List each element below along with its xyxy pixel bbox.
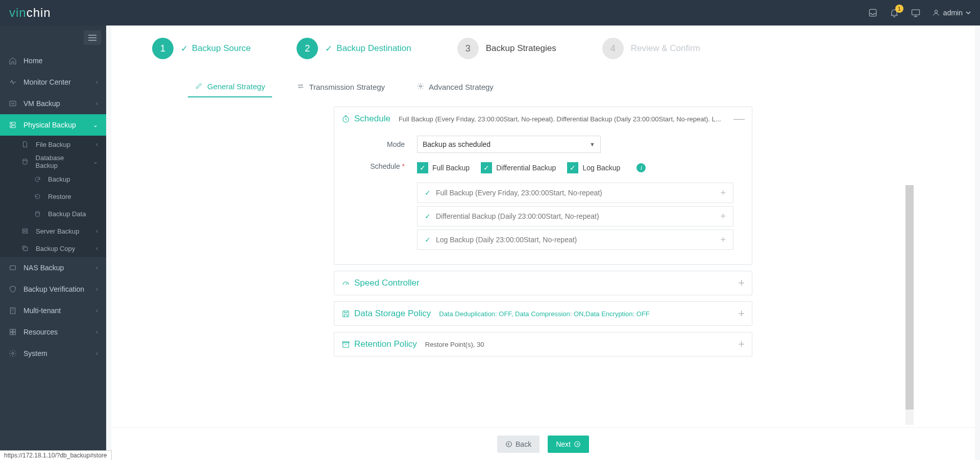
mode-value: Backup as scheduled xyxy=(423,140,491,148)
nav-backup-data[interactable]: Backup Data xyxy=(0,205,106,222)
gauge-icon xyxy=(341,279,350,288)
nav-label: Server Backup xyxy=(36,227,79,235)
svg-rect-0 xyxy=(869,9,876,16)
sched-row-log[interactable]: ✓ Log Backup (Daily 23:00:00Start, No-re… xyxy=(417,229,733,250)
nav-database-backup[interactable]: Database Backup ⌄ xyxy=(0,153,106,170)
sidebar-toggle[interactable] xyxy=(84,31,101,45)
svg-rect-23 xyxy=(343,311,349,316)
user-menu[interactable]: admin xyxy=(932,9,971,17)
panel-desc: Full Backup (Every Friday, 23:00:00Start… xyxy=(399,115,728,123)
info-icon[interactable]: i xyxy=(636,163,646,172)
nav-file-backup[interactable]: File Backup ‹ xyxy=(0,136,106,153)
nav-system[interactable]: System ‹ xyxy=(0,343,106,364)
strategy-tabs: General Strategy Transmission Strategy A… xyxy=(111,76,975,97)
nav-label: Resources xyxy=(23,328,58,336)
panel-speed-header[interactable]: Speed Controller + xyxy=(334,271,752,295)
plus-icon[interactable]: + xyxy=(720,211,726,222)
nav-server-backup[interactable]: Server Backup ‹ xyxy=(0,222,106,240)
panel-schedule-header[interactable]: Schedule Full Backup (Every Friday, 23:0… xyxy=(334,107,752,131)
topbar: vinchin 1 admin xyxy=(0,0,980,25)
nav-restore[interactable]: Restore xyxy=(0,188,106,205)
file-icon xyxy=(20,141,30,148)
nav-vm-backup[interactable]: VM VM Backup ‹ xyxy=(0,93,106,114)
tab-transmission[interactable]: Transmission Strategy xyxy=(289,76,392,97)
step-label-text: Backup Destination xyxy=(336,43,411,54)
nav-monitor[interactable]: Monitor Center ‹ xyxy=(0,71,106,93)
chk-log-backup[interactable]: ✓Log Backup xyxy=(567,162,620,173)
svg-point-8 xyxy=(11,126,12,127)
panel-desc: Restore Point(s), 30 xyxy=(425,341,733,348)
step-4[interactable]: 4 Review & Confirm xyxy=(602,38,700,59)
svg-point-10 xyxy=(35,211,39,213)
gear-small-icon xyxy=(416,82,425,92)
building-icon xyxy=(8,306,17,315)
sched-row-diff[interactable]: ✓ Differential Backup (Daily 23:00:00Sta… xyxy=(417,206,733,226)
nav-backup-copy[interactable]: Backup Copy ‹ xyxy=(0,240,106,257)
nav-backup[interactable]: Backup xyxy=(0,170,106,188)
swap-icon xyxy=(297,82,305,92)
inbox-icon[interactable] xyxy=(868,8,878,18)
nav-home[interactable]: Home xyxy=(0,50,106,71)
tab-advanced[interactable]: Advanced Strategy xyxy=(409,76,501,97)
plus-icon[interactable]: + xyxy=(720,235,726,245)
step-2[interactable]: 2 ✓Backup Destination xyxy=(297,38,411,59)
nav-label: NAS Backup xyxy=(23,264,64,272)
nav-verify[interactable]: Backup Verification ‹ xyxy=(0,278,106,300)
sched-row-text: Full Backup (Every Friday, 23:00:00Start… xyxy=(436,189,602,197)
server-icon xyxy=(8,121,17,129)
chk-label: Log Backup xyxy=(582,164,620,172)
back-label: Back xyxy=(516,440,531,448)
scrollbar[interactable] xyxy=(905,185,914,425)
nav-resources[interactable]: Resources ‹ xyxy=(0,321,106,343)
panels-scroll[interactable]: Schedule Full Backup (Every Friday, 23:0… xyxy=(111,97,975,427)
refresh-icon xyxy=(33,176,42,183)
nav-label: Backup Verification xyxy=(23,285,84,293)
monitor-nav-icon xyxy=(8,78,17,86)
back-button[interactable]: Back xyxy=(497,436,540,453)
step-label-text: Backup Strategies xyxy=(486,43,556,54)
notif-badge: 1 xyxy=(895,5,903,13)
step-1[interactable]: 1 ✓Backup Source xyxy=(152,38,251,59)
chevron-left-icon: ‹ xyxy=(96,328,98,336)
chk-full-backup[interactable]: ✓Full Backup xyxy=(417,162,470,173)
mode-label: Mode xyxy=(346,140,417,148)
panel-schedule: Schedule Full Backup (Every Friday, 23:0… xyxy=(334,107,752,265)
next-button[interactable]: Next xyxy=(548,436,589,453)
svg-point-9 xyxy=(23,159,27,161)
tab-general[interactable]: General Strategy xyxy=(188,76,272,97)
svg-rect-14 xyxy=(10,266,16,270)
svg-point-21 xyxy=(420,85,422,87)
checkbox-checked-icon: ✓ xyxy=(567,162,578,173)
svg-rect-12 xyxy=(22,232,27,233)
svg-rect-16 xyxy=(10,329,13,332)
mode-select[interactable]: Backup as scheduled ▼ xyxy=(417,136,601,153)
tab-label: Advanced Strategy xyxy=(429,83,494,91)
bell-icon[interactable]: 1 xyxy=(889,8,899,18)
chevron-left-icon: ‹ xyxy=(96,264,98,271)
nav-multi-tenant[interactable]: Multi-tenant ‹ xyxy=(0,300,106,321)
panel-storage-header[interactable]: Data Storage Policy Data Deduplication: … xyxy=(334,302,752,325)
nav-label: System xyxy=(23,349,47,357)
svg-point-7 xyxy=(11,123,12,123)
nav-label: Physical Backup xyxy=(23,121,76,129)
check-icon: ✓ xyxy=(425,236,431,244)
nav-physical-backup[interactable]: Physical Backup ⌄ xyxy=(0,114,106,136)
plus-icon[interactable]: + xyxy=(720,188,726,198)
panel-desc: Data Deduplication: OFF, Data Compressio… xyxy=(439,310,733,318)
arrow-left-icon xyxy=(505,441,512,448)
tab-label: General Strategy xyxy=(207,82,265,91)
nav-nas-backup[interactable]: NAS Backup ‹ xyxy=(0,257,106,278)
chevron-left-icon: ‹ xyxy=(96,227,98,235)
panel-retention: Retention Policy Restore Point(s), 30 + xyxy=(334,332,752,356)
svg-rect-15 xyxy=(10,308,15,314)
copy-icon xyxy=(20,245,30,252)
panel-retention-header[interactable]: Retention Policy Restore Point(s), 30 + xyxy=(334,333,752,356)
sched-row-full[interactable]: ✓ Full Backup (Every Friday, 23:00:00Sta… xyxy=(417,183,733,203)
restore-icon xyxy=(33,193,42,200)
collapse-icon: — xyxy=(733,112,745,125)
gear-icon xyxy=(8,349,17,357)
chk-diff-backup[interactable]: ✓Differential Backup xyxy=(481,162,556,173)
monitor-icon[interactable] xyxy=(911,8,921,18)
chevron-down-icon: ⌄ xyxy=(93,121,98,129)
step-3[interactable]: 3 Backup Strategies xyxy=(457,38,556,59)
